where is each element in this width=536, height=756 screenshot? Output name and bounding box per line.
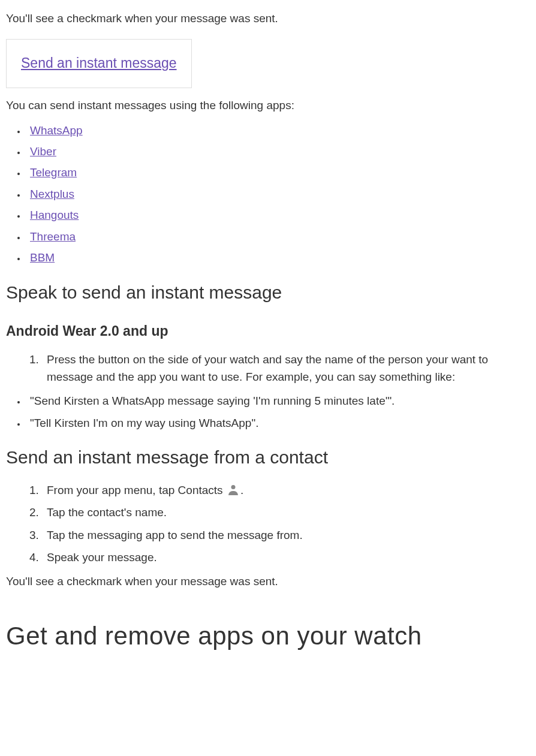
heading-android-wear: Android Wear 2.0 and up [6,321,530,342]
app-link-viber[interactable]: Viber [30,145,56,158]
list-item: Hangouts [26,206,530,224]
speak-examples: "Send Kirsten a WhatsApp message saying … [6,392,530,432]
list-item: Viber [26,143,530,160]
send-instant-message-link[interactable]: Send an instant message [21,55,177,71]
callout-box: Send an instant message [6,39,192,88]
app-link-bbm[interactable]: BBM [30,251,55,264]
contact-steps: From your app menu, tap Contacts . Tap t… [6,481,530,567]
list-item: WhatsApp [26,122,530,139]
app-link-nextplus[interactable]: Nextplus [30,188,74,200]
app-link-telegram[interactable]: Telegram [30,166,77,179]
step-text-tail: . [240,484,243,496]
list-item: From your app menu, tap Contacts . [42,481,530,499]
app-link-whatsapp[interactable]: WhatsApp [30,124,83,137]
list-item: "Send Kirsten a WhatsApp message saying … [26,392,530,409]
heading-get-remove-apps: Get and remove apps on your watch [6,616,530,655]
speak-steps: Press the button on the side of your wat… [6,351,530,386]
list-item: Nextplus [26,185,530,203]
list-item: Tap the contact's name. [42,504,530,521]
list-item: Press the button on the side of your wat… [42,351,530,386]
app-link-threema[interactable]: Threema [30,230,76,243]
apps-intro-text: You can send instant messages using the … [6,97,530,114]
list-item: Speak your message. [42,549,530,566]
list-item: BBM [26,249,530,266]
heading-from-contact: Send an instant message from a contact [6,444,530,472]
list-item: Telegram [26,164,530,181]
list-item: Threema [26,228,530,245]
intro-text: You'll see a checkmark when your message… [6,10,530,27]
step-text: From your app menu, tap Contacts [47,484,226,496]
contacts-icon [227,485,239,495]
outro-text: You'll see a checkmark when your message… [6,573,530,590]
heading-speak: Speak to send an instant message [6,279,530,307]
list-item: Tap the messaging app to send the messag… [42,526,530,544]
app-link-hangouts[interactable]: Hangouts [30,209,79,221]
list-item: "Tell Kirsten I'm on my way using WhatsA… [26,414,530,432]
apps-list: WhatsApp Viber Telegram Nextplus Hangout… [6,122,530,267]
